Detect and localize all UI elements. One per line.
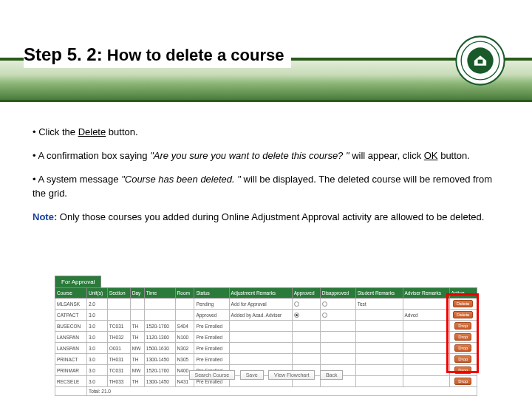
cell: TH [130,321,144,332]
cell: 1120-1300 [144,332,175,343]
cell: Pre Enrolled [194,343,229,354]
cell [229,332,292,343]
delete-button[interactable]: Delete [453,311,473,318]
college-seal-icon [455,35,505,86]
col-header: Adjustment Remarks [229,288,292,299]
col-header: Day [130,288,144,299]
col-header: Student Remarks [355,288,403,299]
cell: MLSANSK [55,299,87,310]
cell: 1520-1700 [144,321,175,332]
cell: S404 [175,321,194,332]
bullet-1: • Click the Delete button. [33,126,499,139]
step-number: Step 5. 2: [24,44,103,64]
cell [229,321,292,332]
tab-for-approval[interactable]: For Approval [55,276,101,287]
cell: TH [130,332,144,343]
cell: PRINACT [55,354,87,365]
save-button[interactable]: Save [240,370,264,380]
confirm-message: "Are you sure you want to delete this co… [150,150,349,161]
cell [403,299,449,310]
cell [355,321,403,332]
ok-keyword: OK [424,150,438,161]
cell: N100 [175,332,194,343]
page-title: Step 5. 2: How to delete a course [24,41,291,68]
col-header: Status [194,288,229,299]
cell: Add for Approval [229,299,292,310]
cell: 1500-1630 [144,343,175,354]
delete-button[interactable]: Delete [453,300,473,307]
cell [130,299,144,310]
bullet-2: • A confirmation box saying "Are you sur… [33,149,499,163]
col-header: Course [55,288,87,299]
col-header: Time [144,288,175,299]
cell: 3.0 [86,332,107,343]
cell [403,343,449,354]
view-flowchart-button[interactable]: View Flowchart [268,370,315,380]
table-row: CATPACT3.0ApprovedAdded by Acad. Adviser… [55,310,477,321]
cell [107,299,130,310]
approved-radio[interactable] [294,301,299,307]
cell [144,299,175,310]
search-course-button[interactable]: Search Course [189,370,236,380]
drop-button[interactable]: Drop [454,333,471,341]
cell: N302 [175,343,194,354]
table-row: PRINACT3.0TH031TH1300-1450N305Pre Enroll… [55,354,477,365]
disapproved-radio[interactable] [322,313,327,318]
col-header: Section [107,288,130,299]
cell [403,354,449,365]
note-label: Note: [33,211,60,222]
cell: Test [355,299,403,310]
cell: 3.0 [86,321,107,332]
cell: O031 [107,343,130,354]
cell: Pre Enrolled [194,332,229,343]
cell: TH031 [107,354,130,365]
disapproved-radio[interactable] [322,301,327,307]
col-header: Unit(s) [86,288,107,299]
back-button[interactable]: Back [320,370,344,380]
table-row: LANSPAN3.0TH032TH1120-1300N100Pre Enroll… [55,332,477,343]
drop-button[interactable]: Drop [454,344,471,352]
cell [355,332,403,343]
col-header: Adviser Remarks [403,288,449,299]
instruction-content: • Click the Delete button. • A confirmat… [33,126,499,234]
table-row: LANSPAN3.0O031MW1500-1630N302Pre Enrolle… [55,343,477,354]
cell: Advcd [403,310,449,321]
cell: MW [130,343,144,354]
cell [403,332,449,343]
cell: Pre Enrolled [194,354,229,365]
cell [229,343,292,354]
total-label: Total: 21.0 [86,387,477,396]
success-message: "Course has been deleted. " [121,174,241,185]
cell: TH [130,354,144,365]
cell [355,343,403,354]
svg-rect-3 [478,60,483,64]
cell [403,321,449,332]
cell: 3.0 [86,354,107,365]
col-header: Disapproved [320,288,355,299]
bottom-button-bar: Search Course Save View Flowchart Back [0,366,532,380]
cell: 3.0 [86,343,107,354]
cell: BUSECON [55,321,87,332]
cell: LANSPAN [55,332,87,343]
drop-button[interactable]: Drop [454,355,471,363]
cell [175,310,194,321]
cell [355,310,403,321]
col-header: Approved [292,288,320,299]
note-line: Note: Only those courses you added durin… [33,211,499,224]
cell: N305 [175,354,194,365]
cell: Pre Enrolled [194,321,229,332]
drop-button[interactable]: Drop [454,322,471,330]
approved-radio[interactable] [294,313,299,318]
note-text: Only those courses you added during Onli… [60,211,485,222]
cell: Pending [194,299,229,310]
total-row: Total: 21.0 [55,387,477,396]
table-row: MLSANSK2.0PendingAdd for ApprovalTestDel… [55,299,477,310]
cell: LANSPAN [55,343,87,354]
table-row: BUSECON3.0TC031TH1520-1700S404Pre Enroll… [55,321,477,332]
cell [107,310,130,321]
col-header: Room [175,288,194,299]
cell: CATPACT [55,310,87,321]
bullet-3: • A system message "Course has been dele… [33,173,499,200]
cell [130,310,144,321]
cell [355,354,403,365]
